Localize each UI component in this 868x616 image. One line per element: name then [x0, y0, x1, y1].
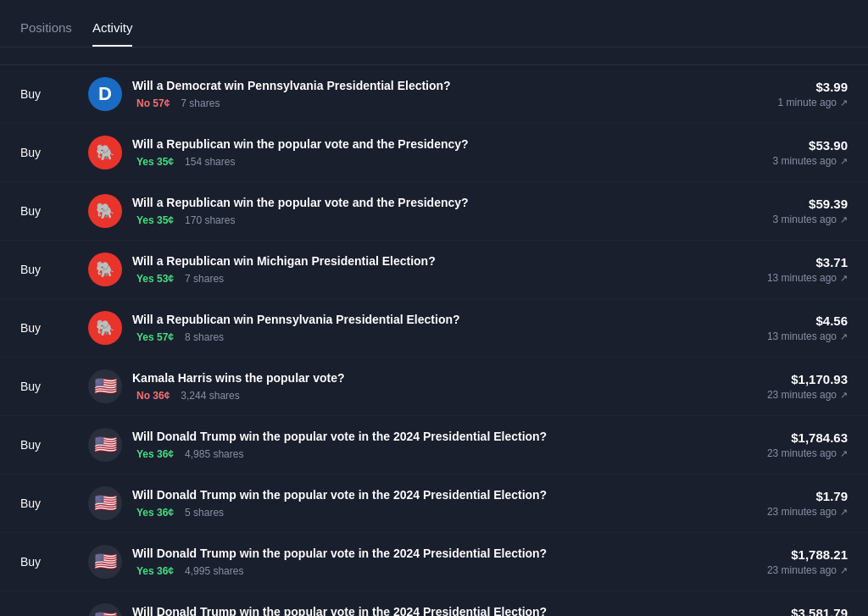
- amount-value: $1.79: [729, 489, 848, 503]
- row-amount: $1,170.93 23 minutes ago ↗: [729, 372, 848, 401]
- market-info: Will Donald Trump win the popular vote i…: [132, 604, 547, 616]
- republican-icon: 🐘: [88, 311, 122, 345]
- badge: No 57¢: [132, 97, 174, 110]
- amount-time: 1 minute ago ↗: [729, 97, 848, 108]
- market-title: Will a Republican win Pennsylvania Presi…: [132, 312, 460, 327]
- market-meta: Yes 36¢ 5 shares: [132, 506, 547, 519]
- shares-text: 4,995 shares: [185, 565, 243, 577]
- external-link-icon[interactable]: ↗: [840, 214, 848, 225]
- row-amount: $3,581.79 23 minutes ago ↗: [729, 606, 848, 616]
- amount-time: 3 minutes ago ↗: [729, 155, 848, 167]
- market-title: Will a Republican win the popular vote a…: [132, 195, 469, 210]
- market-info: Will a Republican win the popular vote a…: [132, 136, 469, 169]
- row-market: 🇺🇸 Will Donald Trump win the popular vot…: [88, 486, 729, 520]
- market-info: Will Donald Trump win the popular vote i…: [132, 487, 547, 519]
- row-market: 🐘 Will a Republican win the popular vote…: [88, 194, 729, 228]
- table-header: [0, 47, 868, 65]
- external-link-icon[interactable]: ↗: [840, 273, 848, 284]
- row-amount: $3.71 13 minutes ago ↗: [729, 255, 848, 284]
- market-title: Will Donald Trump win the popular vote i…: [132, 604, 547, 616]
- table-row: Buy 🇺🇸 Will Donald Trump win the popular…: [0, 533, 868, 591]
- external-link-icon[interactable]: ↗: [840, 97, 848, 108]
- external-link-icon[interactable]: ↗: [840, 331, 848, 342]
- external-link-icon[interactable]: ↗: [840, 507, 848, 518]
- table-row: Buy 🐘 Will a Republican win Michigan Pre…: [0, 241, 868, 299]
- row-market: 🇺🇸 Will Donald Trump win the popular vot…: [88, 545, 729, 579]
- market-meta: No 57¢ 7 shares: [132, 97, 451, 110]
- market-title: Will Donald Trump win the popular vote i…: [132, 429, 547, 444]
- table-row: Buy 🐘 Will a Republican win the popular …: [0, 182, 868, 241]
- row-amount: $3.99 1 minute ago ↗: [729, 80, 848, 108]
- shares-text: 170 shares: [185, 214, 235, 226]
- market-title: Will Donald Trump win the popular vote i…: [132, 546, 547, 561]
- shares-text: 8 shares: [185, 331, 224, 343]
- shares-text: 7 shares: [185, 273, 224, 285]
- amount-time: 13 minutes ago ↗: [729, 272, 848, 284]
- market-title: Will a Democrat win Pennsylvania Preside…: [132, 78, 451, 93]
- badge: Yes 36¢: [132, 564, 178, 578]
- market-meta: Yes 35¢ 170 shares: [132, 214, 469, 227]
- amount-value: $3,581.79: [729, 606, 848, 616]
- badge: Yes 57¢: [132, 330, 178, 344]
- row-market: 🐘 Will a Republican win the popular vote…: [88, 136, 729, 169]
- tab-positions[interactable]: Positions: [20, 14, 72, 47]
- amount-time: 23 minutes ago ↗: [729, 389, 848, 401]
- table-row: Buy 🇺🇸 Will Donald Trump win the popular…: [0, 591, 868, 616]
- row-type: Buy: [20, 87, 88, 101]
- amount-value: $1,784.63: [729, 430, 848, 445]
- market-info: Will a Republican win Pennsylvania Presi…: [132, 312, 460, 344]
- table-body: Buy D Will a Democrat win Pennsylvania P…: [0, 65, 868, 616]
- shares-text: 154 shares: [185, 156, 235, 168]
- amount-time: 23 minutes ago ↗: [729, 447, 848, 459]
- market-meta: Yes 36¢ 4,985 shares: [132, 447, 547, 461]
- market-meta: Yes 57¢ 8 shares: [132, 330, 460, 344]
- row-amount: $59.39 3 minutes ago ↗: [729, 197, 848, 225]
- row-type: Buy: [20, 263, 88, 276]
- market-info: Will a Republican win Michigan President…: [132, 253, 436, 286]
- amount-time: 23 minutes ago ↗: [729, 564, 848, 576]
- row-type: Buy: [20, 321, 88, 335]
- table-row: Buy D Will a Democrat win Pennsylvania P…: [0, 65, 868, 124]
- tab-activity[interactable]: Activity: [92, 14, 133, 47]
- amount-time: 13 minutes ago ↗: [729, 330, 848, 342]
- tabs-container: Positions Activity: [0, 0, 868, 47]
- table-row: Buy 🇺🇸 Will Donald Trump win the popular…: [0, 474, 868, 533]
- badge: Yes 53¢: [132, 272, 178, 286]
- amount-time: 3 minutes ago ↗: [729, 214, 848, 225]
- shares-text: 4,985 shares: [185, 448, 243, 460]
- badge: Yes 35¢: [132, 214, 178, 227]
- row-market: 🐘 Will a Republican win Michigan Preside…: [88, 253, 729, 286]
- market-info: Kamala Harris wins the popular vote? No …: [132, 370, 345, 402]
- external-link-icon[interactable]: ↗: [840, 448, 848, 459]
- republican-icon: 🐘: [88, 194, 122, 228]
- row-amount: $1.79 23 minutes ago ↗: [729, 489, 848, 518]
- row-amount: $1,784.63 23 minutes ago ↗: [729, 430, 848, 459]
- row-type: Buy: [20, 555, 88, 569]
- amount-value: $3.71: [729, 255, 848, 269]
- row-market: 🇺🇸 Kamala Harris wins the popular vote? …: [88, 369, 729, 403]
- market-meta: Yes 53¢ 7 shares: [132, 272, 436, 286]
- row-amount: $4.56 13 minutes ago ↗: [729, 314, 848, 342]
- flag-icon: 🇺🇸: [88, 545, 122, 579]
- market-title: Will a Republican win the popular vote a…: [132, 136, 469, 152]
- row-amount: $53.90 3 minutes ago ↗: [729, 138, 848, 167]
- row-market: 🇺🇸 Will Donald Trump win the popular vot…: [88, 603, 729, 616]
- republican-icon: 🐘: [88, 253, 122, 286]
- external-link-icon[interactable]: ↗: [840, 156, 848, 167]
- table-row: Buy 🐘 Will a Republican win the popular …: [0, 124, 868, 182]
- external-link-icon[interactable]: ↗: [840, 390, 848, 401]
- amount-value: $1,788.21: [729, 547, 848, 562]
- amount-value: $53.90: [729, 138, 848, 153]
- market-title: Kamala Harris wins the popular vote?: [132, 370, 345, 386]
- amount-value: $3.99: [729, 80, 848, 94]
- market-info: Will Donald Trump win the popular vote i…: [132, 546, 547, 578]
- market-meta: Yes 36¢ 4,995 shares: [132, 564, 547, 578]
- market-info: Will a Democrat win Pennsylvania Preside…: [132, 78, 451, 110]
- flag-icon: 🇺🇸: [88, 603, 122, 616]
- table-row: Buy 🇺🇸 Kamala Harris wins the popular vo…: [0, 358, 868, 416]
- market-meta: Yes 35¢ 154 shares: [132, 155, 469, 169]
- external-link-icon[interactable]: ↗: [840, 565, 848, 576]
- market-info: Will Donald Trump win the popular vote i…: [132, 429, 547, 461]
- flag-icon: 🇺🇸: [88, 428, 122, 462]
- amount-value: $59.39: [729, 197, 848, 211]
